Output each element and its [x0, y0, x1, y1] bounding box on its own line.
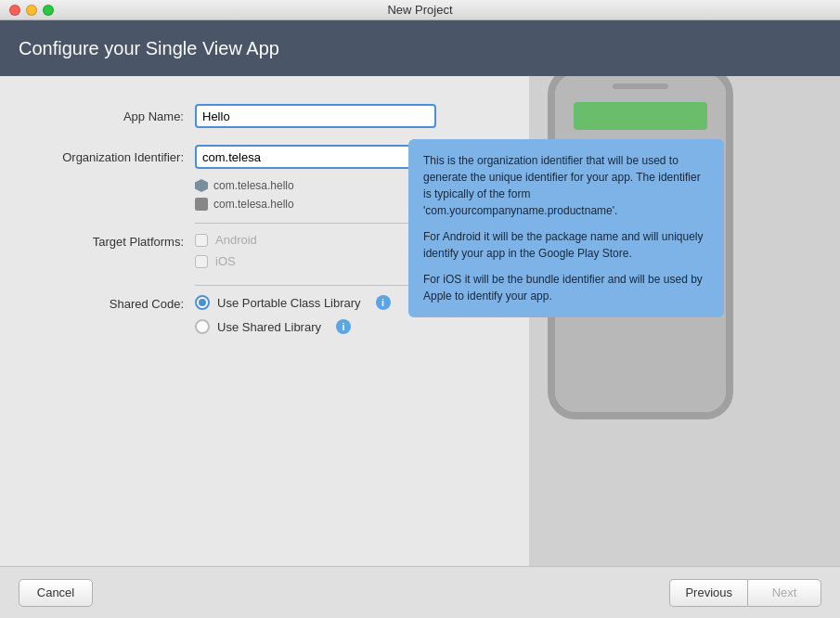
main-content: App Name: Organization Identifier: i com…: [0, 76, 840, 566]
org-id-label: Organization Identifier:: [37, 150, 195, 164]
ios-platform-row: iOS: [195, 254, 257, 268]
phone-notch: [613, 84, 668, 89]
shared-info-icon[interactable]: i: [336, 319, 351, 334]
app-name-input[interactable]: [195, 104, 436, 128]
android-platform-row: Android: [195, 233, 257, 247]
previous-button[interactable]: Previous: [669, 579, 747, 607]
form-area: App Name: Organization Identifier: i com…: [0, 76, 529, 566]
bottom-bar: Cancel Previous Next: [0, 566, 840, 618]
target-platforms-label: Target Platforms:: [37, 233, 195, 249]
shared-library-label: Use Shared Library: [217, 320, 321, 334]
ios-suggestion-icon: [195, 198, 208, 211]
cancel-button[interactable]: Cancel: [19, 579, 93, 607]
portable-library-row: Use Portable Class Library i: [195, 295, 391, 310]
android-checkbox[interactable]: [195, 234, 208, 247]
titlebar: New Project: [0, 0, 840, 20]
app-name-row: App Name:: [37, 104, 492, 128]
android-label: Android: [215, 233, 257, 247]
portable-library-label: Use Portable Class Library: [217, 296, 361, 310]
shared-code-label: Shared Code:: [37, 295, 195, 311]
ios-label: iOS: [215, 254, 236, 268]
tooltip-line-1: This is the organization identifier that…: [423, 152, 709, 219]
ios-checkbox[interactable]: [195, 255, 208, 268]
suggestion-text-1: com.telesa.hello: [213, 179, 294, 192]
tooltip-line-3: For iOS it will be the bundle identifier…: [423, 271, 709, 304]
android-suggestion-icon: [195, 179, 208, 192]
org-id-input[interactable]: [195, 145, 436, 169]
suggestion-text-2: com.telesa.hello: [213, 198, 294, 211]
maximize-button[interactable]: [43, 5, 54, 16]
header-bar: Configure your Single View App: [0, 20, 840, 76]
app-name-label: App Name:: [37, 109, 195, 123]
shared-library-row: Use Shared Library i: [195, 319, 391, 334]
phone-status-bar: [574, 102, 707, 130]
shared-library-radio[interactable]: [195, 319, 210, 334]
close-button[interactable]: [9, 5, 20, 16]
nav-buttons: Previous Next: [669, 579, 821, 607]
shared-options: Use Portable Class Library i Use Shared …: [195, 295, 391, 334]
tooltip-line-2: For Android it will be the package name …: [423, 228, 709, 262]
platforms-options: Android iOS: [195, 233, 257, 268]
page-title: Configure your Single View App: [19, 38, 279, 59]
minimize-button[interactable]: [26, 5, 37, 16]
portable-library-radio[interactable]: [195, 295, 210, 310]
org-id-tooltip: This is the organization identifier that…: [408, 139, 724, 317]
next-button[interactable]: Next: [747, 579, 821, 607]
portable-info-icon[interactable]: i: [376, 295, 391, 310]
window-title: New Project: [387, 3, 452, 17]
window-controls: [9, 5, 54, 16]
